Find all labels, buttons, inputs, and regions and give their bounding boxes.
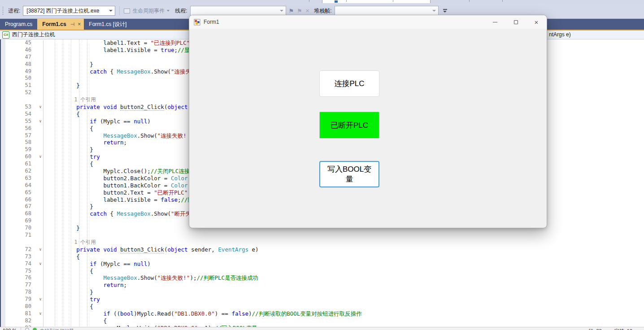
- health-ok-icon: [33, 328, 37, 330]
- code-line[interactable]: 73{: [0, 253, 644, 261]
- code-line[interactable]: 75{: [0, 268, 644, 275]
- window-controls: ×: [485, 15, 547, 29]
- code-text: {: [49, 317, 107, 325]
- code-line[interactable]: 80{: [0, 303, 644, 310]
- flag-icon[interactable]: ⚑: [289, 8, 294, 14]
- fold-margin: [31, 189, 49, 196]
- health-circle-icon[interactable]: [25, 328, 29, 330]
- fold-margin: [31, 239, 49, 246]
- tab-form1-cs[interactable]: Form1.cs ⊣ ×: [37, 19, 84, 30]
- fold-margin: [31, 132, 49, 139]
- code-text: catch { MessageBox.Show("连接失: [49, 68, 191, 75]
- project-dropdown[interactable]: 西门子连接上位机: [12, 31, 55, 39]
- line-number: 59: [0, 146, 31, 153]
- code-line[interactable]: 82{: [0, 317, 644, 325]
- code-line[interactable]: 72∨private void button3_Click(object sen…: [0, 246, 644, 253]
- caret-position: 行: 83 字符: 13: [588, 328, 632, 330]
- fold-margin: [31, 161, 49, 168]
- toolbar-icon-fragment: [335, 0, 338, 3]
- fold-margin: [31, 139, 49, 146]
- code-line[interactable]: 81∨if ((bool)Myplc.Read("DB1.DBX0.0") ==…: [0, 310, 644, 317]
- member-dropdown-partial[interactable]: ntArgs e): [549, 31, 571, 38]
- disconnect-plc-button[interactable]: 已断开PLC: [319, 112, 379, 139]
- fold-collapse-icon[interactable]: ∨: [31, 261, 49, 268]
- pin-icon[interactable]: ⊣: [70, 22, 75, 27]
- fold-margin: [31, 196, 49, 204]
- code-text: button1.BackColor = Color.W: [49, 182, 195, 189]
- fold-margin: [31, 274, 49, 282]
- line-number: [0, 239, 31, 246]
- code-text: {: [49, 303, 93, 310]
- code-text: {: [49, 111, 80, 118]
- chevron-down-icon: [280, 10, 283, 12]
- fold-margin: [31, 253, 49, 261]
- toolbar-fragment: [393, 0, 393, 2]
- chevron-down-icon: [167, 10, 170, 12]
- health-text: 未找到任何问题: [39, 328, 74, 330]
- line-number: 55: [0, 118, 31, 125]
- zoom-level-dropdown[interactable]: 100 %: [3, 328, 17, 330]
- connect-plc-button[interactable]: 连接PLC: [319, 70, 379, 97]
- fold-margin: [31, 203, 49, 210]
- code-text: 1 个引用: [49, 239, 96, 246]
- fold-margin: [31, 96, 49, 104]
- fold-collapse-icon[interactable]: ∨: [31, 118, 49, 125]
- codelens-row[interactable]: 1 个引用: [0, 239, 644, 246]
- toolbar-grip-handle[interactable]: [2, 6, 4, 15]
- code-line[interactable]: 78}: [0, 289, 644, 296]
- maximize-button[interactable]: [505, 15, 526, 29]
- code-line[interactable]: 74∨if (Myplc == null): [0, 261, 644, 268]
- code-text: {: [49, 125, 93, 132]
- fold-margin: [31, 282, 49, 289]
- code-text: button2.BackColor = Color.L: [49, 175, 195, 182]
- line-number: 70: [0, 225, 31, 232]
- tab-program-cs[interactable]: Program.cs: [0, 19, 37, 30]
- line-number: 71: [0, 232, 31, 239]
- fold-margin: [31, 75, 49, 82]
- lifecycle-events-icon: [124, 9, 130, 13]
- line-number: 54: [0, 111, 31, 118]
- fold-margin: [31, 146, 49, 153]
- line-number: 81: [0, 310, 31, 317]
- code-line[interactable]: 76MessageBox.Show("连接失败!");//判断PLC是否连接成功: [0, 274, 644, 282]
- lifecycle-events-label: 生命周期事件: [132, 7, 165, 15]
- toolbar-overflow-button[interactable]: [443, 9, 447, 13]
- stackframe-dropdown[interactable]: [335, 6, 439, 16]
- code-text: private void button2_Click(object s: [49, 104, 195, 111]
- fold-collapse-icon[interactable]: ∨: [31, 153, 49, 161]
- line-number: 48: [0, 61, 31, 68]
- code-text: label1.Text = "已连接到PLC": [49, 39, 190, 47]
- fold-margin: [31, 317, 49, 325]
- line-number: 45: [0, 39, 31, 47]
- separator: [21, 327, 21, 330]
- code-line[interactable]: 77return;: [0, 282, 644, 289]
- flag-multi-icon[interactable]: ⚑: [297, 8, 302, 14]
- code-text: if (Myplc == null): [49, 118, 151, 125]
- write-bool-button[interactable]: 写入BOOL变量: [319, 161, 379, 187]
- fold-collapse-icon[interactable]: ∨: [31, 310, 49, 317]
- process-dropdown[interactable]: [38872] 西门子连接上位机.exe: [23, 6, 115, 16]
- line-number: 62: [0, 168, 31, 175]
- lifecycle-events-button[interactable]: 生命周期事件: [124, 7, 170, 15]
- line-number: 78: [0, 289, 31, 296]
- code-line[interactable]: 79∨try: [0, 296, 644, 303]
- line-indicator: 行: 83: [588, 328, 601, 330]
- minimize-button[interactable]: [485, 15, 505, 29]
- form1-titlebar[interactable]: Form1 ×: [189, 15, 547, 29]
- line-number: 68: [0, 210, 31, 217]
- fold-margin: [31, 232, 49, 239]
- thread-dropdown[interactable]: [190, 6, 286, 16]
- tab-form1-cs-design[interactable]: Form1.cs [设计]: [84, 19, 131, 30]
- fold-collapse-icon[interactable]: ∨: [31, 296, 49, 303]
- line-number: 58: [0, 139, 31, 146]
- fold-collapse-icon[interactable]: ∨: [31, 104, 49, 111]
- code-text: MessageBox.Show("连接失败!: [49, 132, 187, 139]
- close-button[interactable]: ×: [526, 15, 547, 29]
- code-text: }: [49, 61, 93, 68]
- close-icon[interactable]: ×: [78, 21, 81, 27]
- code-line[interactable]: 71: [0, 232, 644, 239]
- fold-collapse-icon[interactable]: ∨: [31, 246, 49, 253]
- filter-threads-icon[interactable]: ✕: [305, 8, 309, 14]
- process-label: 进程:: [8, 7, 20, 15]
- maximize-icon: [514, 20, 518, 24]
